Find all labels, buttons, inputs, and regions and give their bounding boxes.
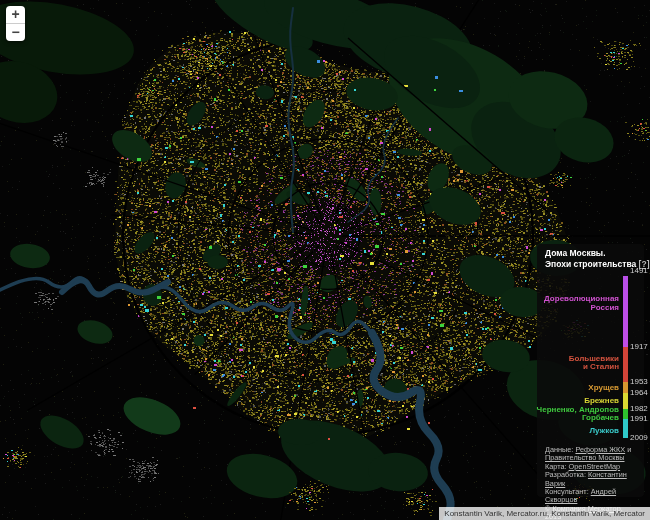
credit-line: Консультант: Андрей Скворцов <box>545 488 639 505</box>
credit-text: и <box>625 445 631 454</box>
credit-line: Разработка: Константин Варик <box>545 471 639 488</box>
map-app: + − Дома Москвы. Эпохи строительства [?]… <box>0 0 650 520</box>
era-label: ДореволюционнаяРоссия <box>544 295 619 312</box>
zoom-in-button[interactable]: + <box>6 6 25 24</box>
map-attribution-text: Konstantin Varik, Mercator.ru, Konstanti… <box>444 509 645 518</box>
era-bar-segment <box>623 393 628 409</box>
legend-title-line2: Эпохи строительства <box>545 259 636 269</box>
era-bar-segment <box>623 419 628 438</box>
era-label: Лужков <box>589 427 619 436</box>
year-label: 1982 <box>630 405 648 413</box>
legend-panel: Дома Москвы. Эпохи строительства [?] [Ξ]… <box>537 244 644 497</box>
year-label: 2009 <box>630 434 648 442</box>
year-label: 1491 <box>630 267 648 275</box>
era-label: Хрущев <box>588 384 619 393</box>
map-attribution-bar: Konstantin Varik, Mercator.ru, Konstanti… <box>439 507 650 520</box>
zoom-control: + − <box>6 6 25 41</box>
era-label: Черненко, АндроповГорбачев <box>537 406 619 423</box>
year-label: 1953 <box>630 378 648 386</box>
zoom-out-button[interactable]: − <box>6 24 25 41</box>
era-label: Большевикии Сталин <box>569 355 619 372</box>
year-label: 1991 <box>630 415 648 423</box>
era-bar-segment <box>623 347 628 382</box>
legend-title-line1: Дома Москвы. <box>545 248 606 258</box>
year-label: 1964 <box>630 389 648 397</box>
era-bar-segment <box>623 276 628 347</box>
year-label: 1917 <box>630 343 648 351</box>
era-bar-segment <box>623 382 628 393</box>
era-bar-segment <box>623 409 628 419</box>
era-color-bar <box>623 276 628 438</box>
